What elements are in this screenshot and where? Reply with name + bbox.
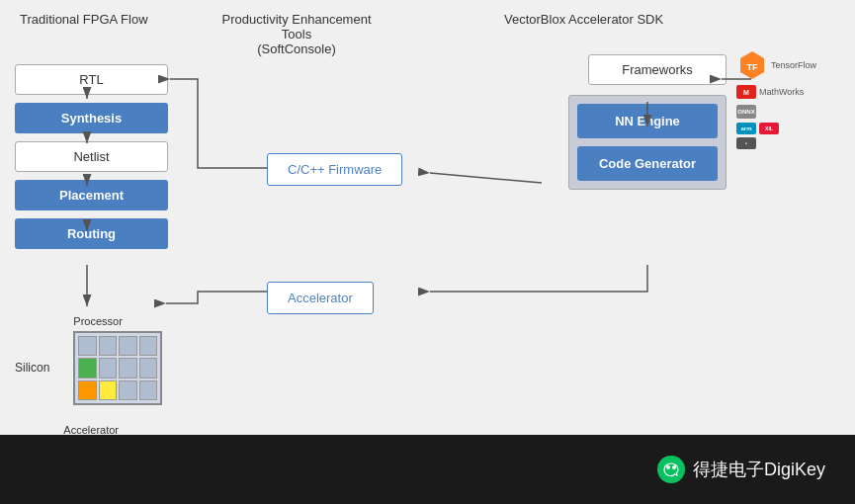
main-diagram: Traditional FPGA Flow Productivity Enhan… (0, 0, 855, 435)
chip-cell-orange (78, 380, 97, 400)
sdk-title: VectorBlox Accelerator SDK (504, 12, 663, 27)
accelerator-box: Accelerator (267, 282, 374, 314)
silicon-area: Silicon (15, 331, 162, 420)
mathworks-label: MathWorks (759, 87, 804, 97)
chip-cell (99, 358, 118, 378)
chip-cell (119, 358, 137, 378)
fpga-flow-column: RTL Synthesis Netlist Placement Routing (15, 35, 168, 257)
nn-engine-box: NN Engine (577, 104, 718, 138)
fpga-title: Traditional FPGA Flow (20, 12, 148, 27)
frameworks-box: Frameworks (588, 54, 727, 85)
svg-point-13 (666, 465, 670, 469)
firmware-box: C/C++ Firmware (267, 153, 402, 186)
code-generator-box: Code Generator (577, 146, 718, 181)
softconsole-title: Productivity Enhancement Tools(SoftConso… (217, 12, 376, 56)
footer-brand: 得捷电子DigiKey (693, 458, 825, 481)
chip-cell-green (78, 358, 97, 378)
footer-bar: 得捷电子DigiKey (0, 435, 855, 504)
rtl-box: RTL (15, 64, 168, 95)
routing-box: Routing (15, 218, 168, 249)
sdk-container: Frameworks NN Engine Code Generator (568, 54, 727, 190)
placement-box: Placement (15, 180, 168, 210)
synthesis-box: Synthesis (15, 103, 168, 133)
chip-cell (139, 358, 158, 378)
svg-line-10 (430, 173, 542, 183)
accelerator-bottom-label: Accelerator (63, 424, 119, 435)
chip-cell (139, 380, 158, 400)
chip-cell (78, 336, 97, 356)
chip-cell (139, 336, 158, 356)
chip-cell (99, 336, 118, 356)
wechat-icon (657, 456, 685, 483)
svg-point-14 (672, 465, 676, 469)
framework-logos: TF TensorFlow M MathWorks ONNX arm XIL (736, 49, 845, 149)
netlist-box: Netlist (15, 141, 168, 172)
tensorflow-label: TensorFlow (771, 60, 816, 70)
svg-text:TF: TF (747, 62, 758, 72)
processor-label: Processor (73, 315, 123, 327)
chip-cell-yellow (99, 380, 118, 400)
chip-cell (119, 336, 137, 356)
sdk-inner-container: NN Engine Code Generator (568, 95, 727, 190)
chip-grid (73, 331, 162, 405)
silicon-label: Silicon (15, 361, 49, 375)
footer-logo: 得捷电子DigiKey (657, 456, 825, 483)
chip-cell (119, 380, 137, 400)
